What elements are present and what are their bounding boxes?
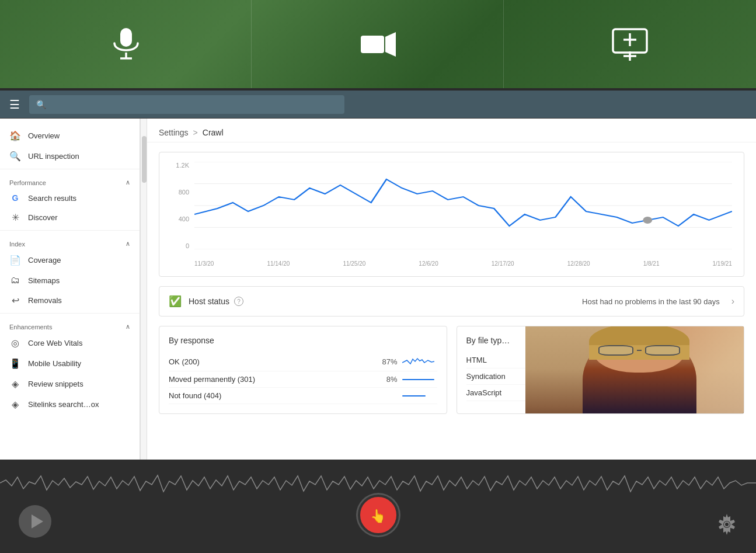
y-label-0: 0	[171, 242, 189, 249]
google-icon: G	[9, 193, 21, 203]
nav-bar: ☰ 🔍	[0, 91, 756, 119]
hamburger-menu[interactable]: ☰	[9, 98, 20, 112]
mobile-icon: 📱	[9, 358, 21, 369]
host-status-check-icon: ✅	[169, 295, 182, 308]
settings-gear-icon[interactable]	[715, 513, 738, 541]
response-row-200: OK (200) 87%	[169, 352, 437, 371]
review-icon: ◈	[9, 378, 21, 389]
response-label-200: OK (200)	[169, 357, 372, 366]
section-label-index: Index	[9, 241, 25, 248]
breadcrumb-current: Crawl	[203, 128, 224, 137]
sidebar-item-coverage[interactable]: 📄 Coverage	[0, 250, 140, 270]
section-index-collapse-icon[interactable]: ∧	[126, 240, 130, 248]
y-label-1.2k: 1.2K	[171, 162, 189, 169]
sidebar-item-mobile-usability[interactable]: 📱 Mobile Usability	[0, 353, 140, 374]
scrollbar-thumb[interactable]	[142, 136, 147, 183]
response-label-404: Not found (404)	[169, 391, 372, 400]
sidebar-divider-3	[0, 313, 140, 314]
by-response-title: By response	[169, 336, 437, 345]
search-icon-sidebar: 🔍	[9, 151, 21, 162]
sidebar-item-core-web-vitals[interactable]: ◎ Core Web Vitals	[0, 333, 140, 353]
chart-area: 1.2K 800 400 0	[171, 162, 732, 267]
host-status-help-icon[interactable]: ?	[234, 297, 243, 306]
cursor-pointer-icon: 👆	[370, 509, 386, 524]
breadcrumb: Settings > Crawl	[147, 119, 756, 142]
breadcrumb-separator: >	[193, 128, 198, 137]
sidebar-label-overview: Overview	[28, 131, 60, 140]
section-enhancements-collapse-icon[interactable]: ∧	[126, 323, 130, 331]
microphone-icon[interactable]	[0, 27, 252, 62]
video-content	[525, 326, 744, 414]
response-row-404: Not found (404)	[169, 388, 437, 404]
sidebar-label-sitelinks: Sitelinks searcht…ox	[28, 400, 99, 409]
x-label-4: 12/6/20	[419, 260, 438, 267]
sidebar-label-review-snippets: Review snippets	[28, 380, 83, 388]
video-preview	[525, 326, 744, 414]
response-pct-200: 87%	[377, 357, 398, 366]
x-label-5: 12/17/20	[492, 260, 514, 267]
add-screen-icon[interactable]	[504, 28, 756, 61]
response-label-301: Moved permanently (301)	[169, 375, 372, 384]
breadcrumb-parent[interactable]: Settings	[159, 128, 189, 137]
home-icon: 🏠	[9, 130, 21, 141]
section-collapse-icon[interactable]: ∧	[126, 179, 130, 186]
svg-rect-3	[361, 36, 384, 53]
svg-marker-4	[385, 32, 396, 57]
sidebar-label-url-inspection: URL inspection	[28, 152, 79, 161]
search-icon: 🔍	[36, 100, 46, 109]
app-logo[interactable]	[18, 504, 53, 541]
sidebar-scrollbar[interactable]	[140, 119, 147, 460]
x-label-3: 11/25/20	[343, 260, 365, 267]
sidebar-label-sitemaps: Sitemaps	[28, 276, 60, 285]
host-status-card[interactable]: ✅ Host status ? Host had no problems in …	[159, 286, 744, 317]
sidebar-label-search-results: Search results	[28, 194, 76, 203]
y-label-400: 400	[171, 215, 189, 222]
by-file-type-card: By file typ… HTML Syndication JavaScript	[457, 326, 745, 414]
response-row-301: Moved permanently (301) 8%	[169, 371, 437, 388]
sidebar-section-performance: Performance ∧	[0, 172, 140, 189]
x-label-1: 11/3/20	[194, 260, 214, 267]
svg-point-15	[643, 217, 652, 224]
sidebar-item-discover[interactable]: ✳ Discover	[0, 207, 140, 228]
main-content: 🏠 Overview 🔍 URL inspection Performance …	[0, 119, 756, 460]
sitelinks-icon: ◈	[9, 399, 21, 410]
sidebar-item-url-inspection[interactable]: 🔍 URL inspection	[0, 146, 140, 166]
sidebar-label-removals: Removals	[28, 296, 62, 305]
video-camera-icon[interactable]	[252, 31, 504, 58]
section-label-performance: Performance	[9, 179, 46, 186]
sidebar-item-sitemaps[interactable]: 🗂 Sitemaps	[0, 270, 140, 290]
sidebar-divider-2	[0, 230, 140, 231]
response-chart-301	[402, 379, 437, 380]
search-bar[interactable]: 🔍	[29, 95, 344, 114]
record-button[interactable]: 👆	[358, 495, 399, 535]
host-status-arrow-icon: ›	[731, 296, 734, 307]
removals-icon: ↩	[9, 295, 21, 306]
core-web-vitals-icon: ◎	[9, 338, 21, 349]
by-response-card: By response OK (200) 87% Moved permanent…	[159, 326, 447, 414]
sidebar-section-enhancements: Enhancements ∧	[0, 316, 140, 333]
chart-container: 1.2K 800 400 0	[159, 152, 744, 277]
sidebar-label-core-web-vitals: Core Web Vitals	[28, 339, 82, 347]
bottom-bar: 👆	[0, 460, 756, 553]
sidebar-label-discover: Discover	[28, 213, 58, 222]
sidebar-item-search-results[interactable]: G Search results	[0, 189, 140, 207]
chart-x-axis: 11/3/20 11/14/20 11/25/20 12/6/20 12/17/…	[194, 260, 732, 267]
sidebar-item-overview[interactable]: 🏠 Overview	[0, 126, 140, 146]
page-content: Settings > Crawl 1.2K 800 400 0	[147, 119, 756, 460]
sidebar-item-review-snippets[interactable]: ◈ Review snippets	[0, 374, 140, 394]
chart-y-axis: 1.2K 800 400 0	[171, 162, 191, 249]
y-label-800: 800	[171, 189, 189, 196]
sidebar-label-mobile-usability: Mobile Usability	[28, 359, 81, 368]
sidebar-divider-1	[0, 169, 140, 169]
sidebar-item-removals[interactable]: ↩ Removals	[0, 290, 140, 311]
x-label-6: 12/28/20	[567, 260, 590, 267]
chart-svg	[194, 162, 732, 249]
x-label-2: 11/14/20	[267, 260, 290, 267]
response-chart-200	[402, 356, 437, 367]
top-bar	[0, 0, 756, 91]
search-input[interactable]	[51, 100, 337, 109]
sidebar-item-sitelinks-searchbox[interactable]: ◈ Sitelinks searcht…ox	[0, 394, 140, 415]
sidebar-label-coverage: Coverage	[28, 256, 61, 265]
host-status-message: Host had no problems in the last 90 days	[582, 297, 720, 306]
host-status-title: Host status ?	[189, 297, 243, 306]
